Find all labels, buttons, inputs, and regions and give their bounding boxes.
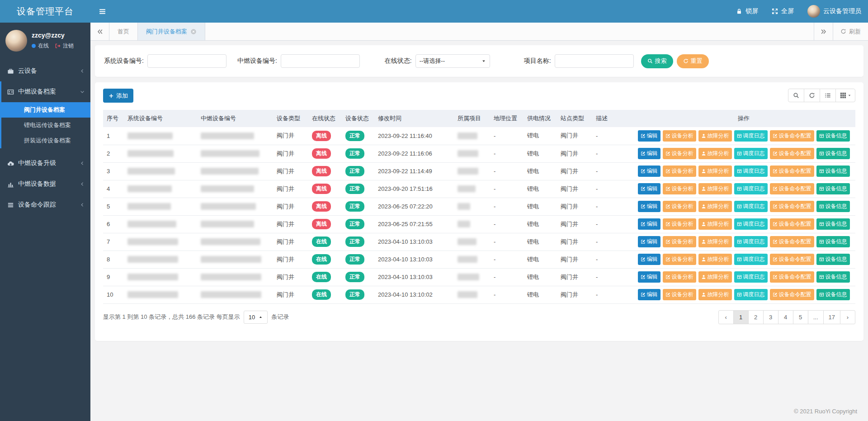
device-command-config-button[interactable]: 设备命令配置 (770, 236, 814, 247)
device-command-config-button[interactable]: 设备命令配置 (770, 289, 814, 300)
fault-analysis-button[interactable]: 故障分析 (698, 201, 732, 212)
fullscreen-button[interactable]: 全屏 (765, 0, 801, 23)
device-analysis-button[interactable]: 设备分析 (663, 148, 696, 159)
edit-button[interactable]: 编辑 (638, 289, 660, 300)
device-command-config-button[interactable]: 设备命令配置 (770, 218, 814, 230)
sidebar-subitem[interactable]: 阀门井设备档案 (1, 102, 90, 118)
device-command-config-button[interactable]: 设备命令配置 (770, 183, 814, 194)
dispatch-log-button[interactable]: 调度日志 (734, 166, 768, 177)
add-button[interactable]: 添加 (103, 89, 133, 103)
zr-device-no-input[interactable] (281, 54, 360, 68)
sidebar-item[interactable]: 设备命令跟踪 (1, 194, 90, 215)
fault-analysis-button[interactable]: 故障分析 (698, 148, 732, 159)
tab[interactable]: 阀门井设备档案 (138, 23, 205, 40)
device-analysis-button[interactable]: 设备分析 (663, 130, 696, 142)
edit-button[interactable]: 编辑 (638, 166, 660, 177)
device-info-button[interactable]: 设备信息 (816, 166, 850, 177)
device-info-button[interactable]: 设备信息 (816, 236, 850, 247)
dispatch-log-button[interactable]: 调度日志 (734, 289, 768, 300)
tabs-scroll-left-button[interactable] (90, 23, 109, 40)
system-device-no-input[interactable] (147, 54, 226, 68)
sidebar-item[interactable]: 中燃设备档案 (1, 81, 90, 102)
sidebar-item[interactable]: 中燃设备数据 (1, 174, 90, 194)
table-refresh-button[interactable] (804, 89, 820, 102)
fault-analysis-button[interactable]: 故障分析 (698, 218, 732, 230)
reset-button[interactable]: 重置 (677, 54, 709, 68)
page-1-button[interactable]: 1 (733, 310, 749, 324)
dispatch-log-button[interactable]: 调度日志 (734, 148, 768, 159)
device-analysis-button[interactable]: 设备分析 (663, 254, 696, 265)
device-info-button[interactable]: 设备信息 (816, 289, 850, 300)
dispatch-log-button[interactable]: 调度日志 (734, 254, 768, 265)
dispatch-log-button[interactable]: 调度日志 (734, 201, 768, 212)
edit-button[interactable]: 编辑 (638, 218, 660, 230)
sidebar-subitem[interactable]: 拼装远传设备档案 (1, 133, 90, 148)
fault-analysis-button[interactable]: 故障分析 (698, 166, 732, 177)
page-size-select[interactable]: 10 (244, 311, 268, 324)
device-command-config-button[interactable]: 设备命令配置 (770, 201, 814, 212)
edit-button[interactable]: 编辑 (638, 236, 660, 247)
tab[interactable]: 首页 (109, 23, 138, 40)
fault-analysis-button[interactable]: 故障分析 (698, 183, 732, 194)
page-4-button[interactable]: 4 (778, 310, 793, 324)
app-logo[interactable]: 设备管理平台 (0, 0, 90, 23)
lock-screen-button[interactable]: 锁屏 (729, 0, 765, 23)
online-status-select[interactable]: --请选择-- (415, 54, 490, 68)
dispatch-log-button[interactable]: 调度日志 (734, 271, 768, 283)
page-next-button[interactable]: › (840, 310, 855, 324)
device-info-button[interactable]: 设备信息 (816, 183, 850, 194)
edit-button[interactable]: 编辑 (638, 271, 660, 283)
table-view-toggle-button[interactable] (820, 89, 836, 102)
page-5-button[interactable]: 5 (793, 310, 808, 324)
dispatch-log-button[interactable]: 调度日志 (734, 130, 768, 142)
page-3-button[interactable]: 3 (763, 310, 778, 324)
sidebar-item[interactable]: 云设备 (1, 61, 90, 81)
tabs-scroll-right-button[interactable] (814, 23, 833, 40)
device-info-button[interactable]: 设备信息 (816, 218, 850, 230)
dispatch-log-button[interactable]: 调度日志 (734, 218, 768, 230)
project-name-input[interactable] (555, 54, 634, 68)
tab-refresh-button[interactable]: 刷新 (833, 23, 868, 40)
device-info-button[interactable]: 设备信息 (816, 271, 850, 283)
device-analysis-button[interactable]: 设备分析 (663, 166, 696, 177)
device-command-config-button[interactable]: 设备命令配置 (770, 148, 814, 159)
search-button[interactable]: 搜索 (641, 54, 673, 68)
page-ellipsis[interactable]: ... (808, 310, 824, 324)
device-analysis-button[interactable]: 设备分析 (663, 289, 696, 300)
edit-button[interactable]: 编辑 (638, 148, 660, 159)
edit-button[interactable]: 编辑 (638, 254, 660, 265)
device-info-button[interactable]: 设备信息 (816, 254, 850, 265)
device-command-config-button[interactable]: 设备命令配置 (770, 166, 814, 177)
dispatch-log-button[interactable]: 调度日志 (734, 236, 768, 247)
fault-analysis-button[interactable]: 故障分析 (698, 271, 732, 283)
table-columns-button[interactable] (835, 89, 855, 102)
table-search-toggle-button[interactable] (788, 89, 804, 102)
device-info-button[interactable]: 设备信息 (816, 130, 850, 142)
device-analysis-button[interactable]: 设备分析 (663, 218, 696, 230)
page-prev-button[interactable]: ‹ (718, 310, 734, 324)
edit-button[interactable]: 编辑 (638, 183, 660, 194)
fault-analysis-button[interactable]: 故障分析 (698, 130, 732, 142)
device-command-config-button[interactable]: 设备命令配置 (770, 130, 814, 142)
sidebar-subitem[interactable]: 锂电远传设备档案 (1, 118, 90, 133)
sidebar-toggle-button[interactable] (90, 0, 114, 23)
user-menu[interactable]: 云设备管理员 (801, 0, 868, 23)
edit-button[interactable]: 编辑 (638, 201, 660, 212)
page-17-button[interactable]: 17 (823, 310, 840, 324)
edit-button[interactable]: 编辑 (638, 130, 660, 142)
page-2-button[interactable]: 2 (748, 310, 764, 324)
logout-link[interactable]: 注销 (63, 42, 74, 50)
device-command-config-button[interactable]: 设备命令配置 (770, 271, 814, 283)
device-analysis-button[interactable]: 设备分析 (663, 271, 696, 283)
device-command-config-button[interactable]: 设备命令配置 (770, 254, 814, 265)
fault-analysis-button[interactable]: 故障分析 (698, 254, 732, 265)
device-analysis-button[interactable]: 设备分析 (663, 236, 696, 247)
device-analysis-button[interactable]: 设备分析 (663, 201, 696, 212)
device-info-button[interactable]: 设备信息 (816, 148, 850, 159)
dispatch-log-button[interactable]: 调度日志 (734, 183, 768, 194)
fault-analysis-button[interactable]: 故障分析 (698, 236, 732, 247)
device-info-button[interactable]: 设备信息 (816, 201, 850, 212)
fault-analysis-button[interactable]: 故障分析 (698, 289, 732, 300)
device-analysis-button[interactable]: 设备分析 (663, 183, 696, 194)
avatar[interactable] (5, 30, 27, 52)
